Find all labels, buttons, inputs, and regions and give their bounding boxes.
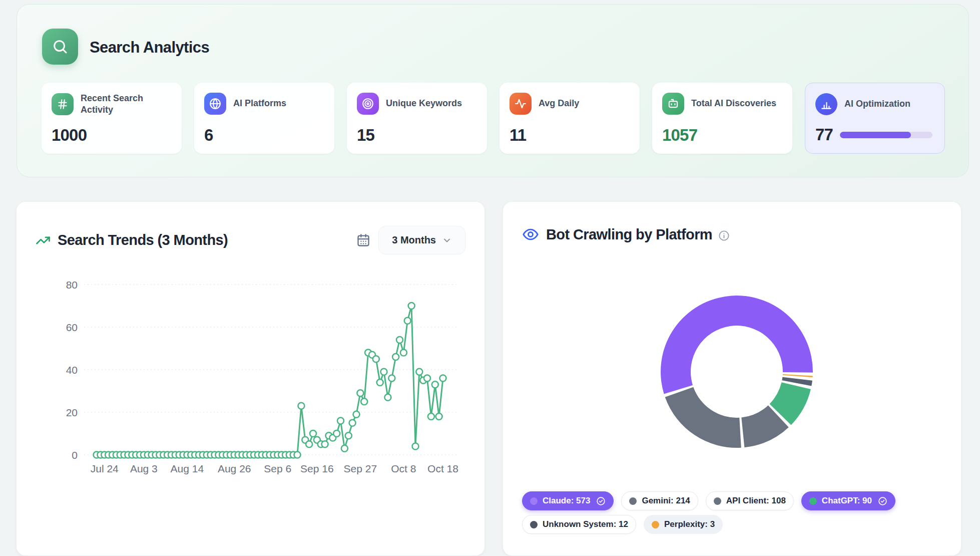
data-point[interactable] [357,390,363,396]
data-point[interactable] [440,375,446,382]
ai-optimization-progress-track [840,132,932,138]
legend-pill-api-client[interactable]: API Client: 108 [706,491,794,510]
data-point[interactable] [388,375,395,382]
data-point[interactable] [436,413,442,420]
legend-label: Perplexity: 3 [664,519,715,529]
stat-value: 1000 [52,126,87,145]
legend-pill-claude[interactable]: Claude: 573 [522,491,614,510]
legend-dot [530,497,538,505]
data-point[interactable] [404,318,411,324]
info-icon[interactable] [718,230,730,241]
legend-label: Claude: 573 [543,496,590,506]
data-point[interactable] [333,430,340,437]
data-point[interactable] [349,420,356,426]
y-axis-label: 60 [66,322,78,333]
bot-crawling-title: Bot Crawling by Platform [546,226,712,243]
hash-icon [52,93,74,115]
legend-pill-perplexity[interactable]: Perplexity: 3 [644,515,723,534]
legend-dot [809,497,817,505]
target-icon [357,93,379,115]
data-point[interactable] [384,394,391,401]
data-point[interactable] [322,441,328,447]
chevron-down-icon [442,235,452,245]
platform-legend: Claude: 573Gemini: 214API Client: 108Cha… [522,491,946,538]
search-trends-title: Search Trends (3 Months) [58,232,228,248]
calendar-icon [356,233,370,247]
period-select-button[interactable]: 3 Months [378,226,465,254]
legend-label: ChatGPT: 90 [822,496,872,506]
data-point[interactable] [408,303,415,309]
search-analytics-panel: Search Analytics Recent Search Activity1… [17,4,969,177]
data-point[interactable] [361,398,367,405]
data-point[interactable] [428,413,434,420]
x-axis-label: Aug 3 [130,463,158,474]
data-point[interactable] [392,354,399,360]
legend-dot [652,521,659,528]
period-select-label: 3 Months [392,234,436,246]
bot-crawling-card: Bot Crawling by Platform Claude: 573Gemi… [503,202,961,555]
donut-segment-gemini[interactable] [665,387,741,448]
x-axis-label: Oct 8 [391,463,416,474]
dashboard-page: Search Analytics Recent Search Activity1… [0,0,980,556]
stat-value: 15 [357,126,374,145]
search-trends-line-chart: 020406080Jul 24Aug 3Aug 14Aug 26Sep 6Sep… [17,267,484,497]
search-trends-card: Search Trends (3 Months) 3 Months [17,202,484,555]
legend-pill-chatgpt[interactable]: ChatGPT: 90 [801,491,895,510]
stat-label: Recent Search Activity [81,93,172,116]
data-point[interactable] [298,403,304,409]
legend-pill-unknown-system[interactable]: Unknown System: 12 [522,515,636,534]
y-axis-label: 0 [72,449,78,461]
data-point[interactable] [396,337,403,343]
stat-label: AI Optimization [844,98,910,110]
data-point[interactable] [341,445,348,452]
stat-label: Avg Daily [539,98,579,109]
x-axis-label: Oct 18 [427,463,458,474]
data-point[interactable] [432,381,438,388]
platform-donut-chart [503,257,961,482]
donut-segment-perplexity[interactable] [783,374,813,377]
stat-value: 11 [510,126,526,145]
data-point[interactable] [294,452,301,458]
bot-crawling-header: Bot Crawling by Platform [522,226,942,243]
circle-check-icon [596,496,606,506]
legend-label: API Client: 108 [726,496,786,506]
y-axis-label: 40 [66,364,78,376]
data-point[interactable] [353,411,360,418]
stat-card-ai-optimization[interactable]: AI Optimization77 [805,83,945,154]
x-axis-label: Sep 27 [344,463,377,474]
ai-optimization-progress-fill [840,132,911,138]
legend-row: Claude: 573Gemini: 214API Client: 108Cha… [522,491,946,510]
data-point[interactable] [337,418,344,424]
data-point[interactable] [424,375,430,382]
stat-value: 77 [815,125,833,144]
data-point[interactable] [416,369,422,375]
x-axis-label: Sep 16 [300,463,334,474]
stats-row: Recent Search Activity1000AI Platforms6U… [42,83,945,154]
data-point[interactable] [373,356,379,362]
legend-label: Gemini: 214 [642,496,690,506]
legend-dot [530,521,538,528]
x-axis-label: Jul 24 [91,463,119,474]
legend-pill-gemini[interactable]: Gemini: 214 [621,491,698,510]
stat-value: 6 [204,126,213,145]
eye-icon [522,226,539,243]
stat-card-avg-daily: Avg Daily11 [500,83,640,154]
data-point[interactable] [306,441,312,447]
search-trends-header: Search Trends (3 Months) 3 Months [36,226,465,254]
legend-dot [629,497,637,505]
bot-icon [662,93,684,115]
data-point[interactable] [310,430,316,437]
data-point[interactable] [381,369,387,375]
stat-card-recent-search-activity: Recent Search Activity1000 [42,83,182,154]
data-point[interactable] [345,432,352,439]
legend-row: Unknown System: 12Perplexity: 3 [522,515,946,534]
legend-label: Unknown System: 12 [543,519,628,529]
bar-chart-icon [815,93,837,115]
search-icon [42,29,78,65]
data-point[interactable] [377,379,383,386]
globe-icon [204,93,226,115]
data-point[interactable] [412,443,419,450]
activity-icon [510,93,532,115]
data-point[interactable] [400,350,407,356]
x-axis-label: Aug 14 [171,463,204,474]
